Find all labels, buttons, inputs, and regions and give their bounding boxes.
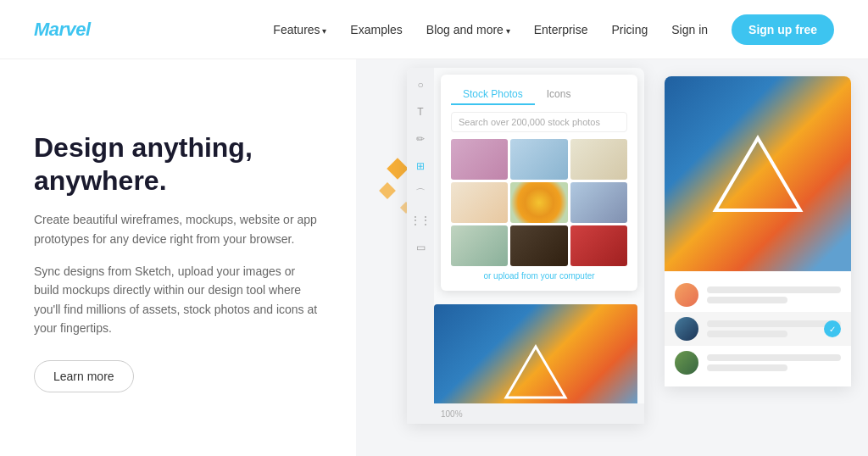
nav-signin[interactable]: Sign in	[671, 23, 708, 36]
photo-cell-9[interactable]	[570, 225, 627, 266]
collab-lines-1	[707, 286, 841, 303]
collab-line-2b	[707, 331, 787, 337]
photo-cell-3[interactable]	[570, 139, 627, 180]
photo-cell-5[interactable]	[510, 182, 567, 223]
nav-blog[interactable]: Blog and more	[426, 23, 510, 36]
design-tool-panel: ○ T ✏ ⊞ ⌒ ⋮⋮ ▭ Stock Photos Icons	[407, 68, 644, 424]
stock-tabs: Stock Photos Icons	[451, 85, 627, 105]
diamond-1	[387, 158, 408, 179]
hero-para-2: Sync designs from Sketch, upload your im…	[34, 262, 322, 338]
svg-marker-0	[506, 347, 565, 398]
learn-more-button[interactable]: Learn more	[34, 360, 134, 392]
collab-line-1b	[707, 297, 787, 303]
collab-line-1a	[707, 286, 841, 293]
avatar-3	[675, 351, 698, 375]
svg-marker-1	[715, 138, 800, 210]
collab-line-3a	[707, 354, 841, 361]
photo-cell-1[interactable]	[451, 139, 508, 180]
collaborator-item-2[interactable]: ✓	[665, 312, 851, 346]
nav-pricing[interactable]: Pricing	[611, 23, 648, 36]
path-tool-icon[interactable]: ⌒	[414, 186, 427, 200]
avatar-2	[675, 317, 698, 341]
logo[interactable]: Marvel	[34, 19, 91, 41]
photo-cell-6[interactable]	[570, 182, 627, 223]
circle-tool-icon[interactable]: ○	[414, 78, 427, 92]
photo-cell-4[interactable]	[451, 182, 508, 223]
navbar: Marvel Features Examples Blog and more E…	[0, 0, 868, 59]
collaborator-item-3	[665, 346, 851, 380]
right-panel: ○ T ✏ ⊞ ⌒ ⋮⋮ ▭ Stock Photos Icons	[356, 59, 868, 456]
collab-line-3b	[707, 364, 787, 371]
main-content: Design anything, anywhere. Create beauti…	[0, 59, 868, 456]
collab-line-2a	[707, 320, 841, 327]
tool-sidebar: ○ T ✏ ⊞ ⌒ ⋮⋮ ▭	[407, 68, 434, 424]
hero-para-1: Create beautiful wireframes, mockups, we…	[34, 210, 322, 248]
triangle-svg	[502, 342, 570, 402]
collab-lines-3	[707, 354, 841, 371]
photo-cell-7[interactable]	[451, 225, 508, 266]
text-tool-icon[interactable]: T	[414, 105, 427, 119]
hero-title: Design anything, anywhere.	[34, 131, 322, 197]
stock-search-input[interactable]: Search over 200,000 stock photos	[451, 112, 627, 132]
diamond-2	[379, 182, 396, 199]
tab-stock-photos[interactable]: Stock Photos	[451, 85, 535, 105]
zoom-bar: 100%	[434, 403, 644, 424]
collaboration-panel: ✓	[665, 76, 851, 386]
nav-examples[interactable]: Examples	[350, 23, 402, 36]
mockup-wrapper: ○ T ✏ ⊞ ⌒ ⋮⋮ ▭ Stock Photos Icons	[407, 68, 860, 456]
image-tool-icon[interactable]: ⊞	[414, 159, 427, 173]
nav-features[interactable]: Features	[273, 23, 326, 36]
upload-link[interactable]: or upload from your computer	[451, 271, 627, 281]
nav-enterprise[interactable]: Enterprise	[534, 23, 588, 36]
shape-tool-icon[interactable]: ▭	[414, 241, 427, 254]
pen-tool-icon[interactable]: ✏	[414, 132, 427, 146]
nav-links: Features Examples Blog and more Enterpri…	[273, 14, 834, 45]
hero-section: Design anything, anywhere. Create beauti…	[0, 59, 356, 456]
collaborator-list: ✓	[665, 271, 851, 386]
collab-triangle	[711, 134, 804, 214]
tool-main: Stock Photos Icons Search over 200,000 s…	[434, 68, 644, 424]
avatar-1	[675, 283, 698, 307]
check-badge: ✓	[824, 320, 841, 337]
signup-button[interactable]: Sign up free	[732, 14, 834, 45]
zoom-level: 100%	[441, 409, 463, 419]
triangle-overlay	[502, 342, 570, 402]
photo-grid	[451, 139, 627, 266]
collab-preview-image	[665, 76, 851, 271]
collaborator-item-1	[665, 278, 851, 312]
photo-cell-2[interactable]	[510, 139, 567, 180]
collab-triangle-svg	[711, 134, 804, 214]
stock-photos-panel: Stock Photos Icons Search over 200,000 s…	[441, 75, 637, 291]
photo-cell-8[interactable]	[510, 225, 567, 266]
collab-lines-2	[707, 320, 841, 337]
tab-icons[interactable]: Icons	[535, 85, 583, 105]
grid-tool-icon[interactable]: ⋮⋮	[414, 214, 427, 227]
